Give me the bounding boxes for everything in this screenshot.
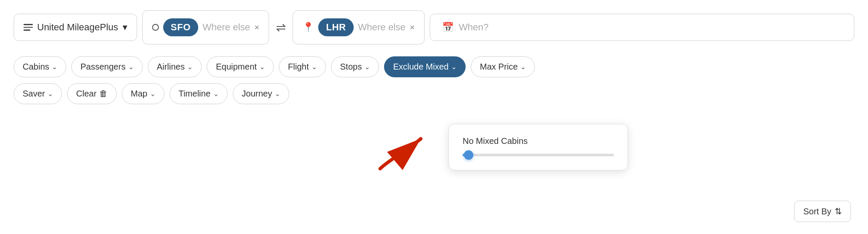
chevron-icon: ⌄ <box>213 90 219 98</box>
sort-by-button[interactable]: Sort By ⇅ <box>794 201 851 222</box>
filter-label-passengers: Passengers <box>80 62 126 72</box>
chevron-icon: ⌄ <box>52 63 57 71</box>
chevron-icon: ⌄ <box>364 63 370 71</box>
chevron-icon: ⌄ <box>520 63 526 71</box>
arrow-annotation <box>355 126 440 179</box>
filter-chip-timeline[interactable]: Timeline⌄ <box>170 83 228 104</box>
sort-by-icon: ⇅ <box>835 206 842 216</box>
chevron-icon: ⌄ <box>187 63 193 71</box>
chevron-icon: ⌄ <box>259 63 265 71</box>
program-chevron: ▾ <box>123 22 127 33</box>
destination-field[interactable]: 📍 LHR Where else × <box>293 10 425 44</box>
origin-field[interactable]: SFO Where else × <box>142 10 270 44</box>
filter-chip-stops[interactable]: Stops⌄ <box>331 56 379 77</box>
filter-chip-equipment[interactable]: Equipment⌄ <box>207 56 274 77</box>
dropdown-title: No Mixed Cabins <box>463 136 614 146</box>
destination-close-icon[interactable]: × <box>410 23 415 32</box>
program-selector[interactable]: United MileagePlus ▾ <box>14 14 137 41</box>
destination-badge: LHR <box>318 18 354 36</box>
filter-chip-saver[interactable]: Saver⌄ <box>14 83 62 104</box>
sort-by-label: Sort By <box>803 207 831 216</box>
filter-chip-passengers[interactable]: Passengers⌄ <box>71 56 143 77</box>
filter-label-max-price: Max Price <box>480 62 518 72</box>
filter-label-timeline: Timeline <box>179 89 211 99</box>
filter-chip-journey[interactable]: Journey⌄ <box>233 83 289 104</box>
origin-placeholder: Where else <box>202 22 250 33</box>
filter-label-flight: Flight <box>288 62 309 72</box>
filter-label-journey: Journey <box>242 89 272 99</box>
filter-chip-max-price[interactable]: Max Price⌄ <box>471 56 535 77</box>
filter-row-1: Cabins⌄Passengers⌄Airlines⌄Equipment⌄Fli… <box>14 56 854 77</box>
destination-pin-icon: 📍 <box>302 22 314 33</box>
chevron-icon: ⌄ <box>47 90 53 98</box>
filter-chip-airlines[interactable]: Airlines⌄ <box>148 56 202 77</box>
date-field[interactable]: 📅 When? <box>430 14 854 41</box>
chevron-icon: ⌄ <box>150 90 155 98</box>
calendar-icon: 📅 <box>442 22 454 33</box>
origin-dot-icon <box>152 24 159 31</box>
filter-chip-cabins[interactable]: Cabins⌄ <box>14 56 66 77</box>
exclude-mixed-dropdown: No Mixed Cabins <box>449 124 628 170</box>
search-bar: United MileagePlus ▾ SFO Where else × ⇌ … <box>14 10 854 44</box>
filter-chip-map[interactable]: Map⌄ <box>122 83 164 104</box>
trash-icon: 🗑 <box>99 89 108 99</box>
filter-label-map: Map <box>131 89 147 99</box>
filter-label-cabins: Cabins <box>23 62 49 72</box>
filter-label-clear: Clear <box>76 89 97 99</box>
chevron-icon: ⌄ <box>311 63 317 71</box>
hamburger-icon <box>23 24 33 31</box>
destination-placeholder: Where else <box>358 22 405 33</box>
filter-label-exclude-mixed: Exclude Mixed <box>393 62 449 72</box>
filter-chip-exclude-mixed[interactable]: Exclude Mixed⌄ <box>384 56 466 77</box>
mixed-cabins-slider-track <box>463 154 614 156</box>
chevron-icon: ⌄ <box>275 90 280 98</box>
filter-row-2: Saver⌄Clear🗑Map⌄Timeline⌄Journey⌄ <box>14 83 854 104</box>
chevron-icon: ⌄ <box>451 63 457 71</box>
program-label: United MileagePlus <box>37 22 118 33</box>
filter-chip-flight[interactable]: Flight⌄ <box>279 56 326 77</box>
swap-icon[interactable]: ⇌ <box>276 20 286 35</box>
filter-label-equipment: Equipment <box>216 62 257 72</box>
chevron-icon: ⌄ <box>128 63 134 71</box>
slider-thumb[interactable] <box>464 150 473 160</box>
when-placeholder: When? <box>459 22 489 33</box>
filter-chip-clear[interactable]: Clear🗑 <box>67 83 117 104</box>
origin-badge: SFO <box>163 18 199 36</box>
origin-close-icon[interactable]: × <box>255 23 260 32</box>
filter-label-saver: Saver <box>23 89 45 99</box>
filter-label-stops: Stops <box>340 62 362 72</box>
filter-label-airlines: Airlines <box>157 62 185 72</box>
